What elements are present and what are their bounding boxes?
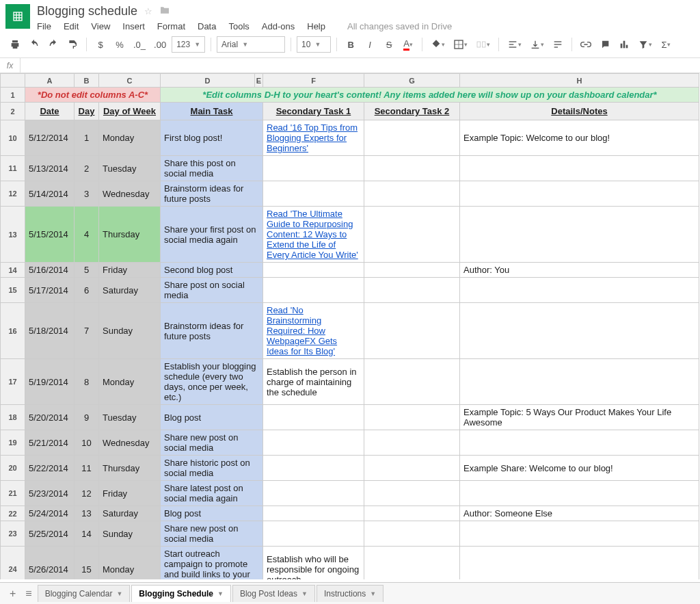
cell-sec-task-1[interactable]	[263, 521, 364, 547]
cell-dow[interactable]: Saturday	[99, 506, 161, 521]
cell-dow[interactable]: Tuesday	[99, 156, 161, 181]
cell-dow[interactable]: Monday	[99, 359, 161, 405]
menu-edit[interactable]: Edit	[64, 21, 79, 31]
cell-sec-task-2[interactable]	[364, 303, 460, 359]
cell-sec-task-2[interactable]	[364, 207, 460, 263]
cell-date[interactable]: 5/16/2014	[25, 263, 75, 278]
cell-day[interactable]: 5	[75, 263, 99, 278]
col-header-G[interactable]: G	[364, 74, 460, 88]
menu-file[interactable]: File	[37, 21, 51, 31]
currency-button[interactable]: $	[92, 36, 109, 53]
cell-date[interactable]: 5/14/2014	[25, 181, 75, 207]
folder-icon[interactable]	[159, 5, 170, 18]
row-header-23[interactable]: 23	[1, 521, 25, 547]
cell-details[interactable]	[460, 481, 699, 506]
text-wrap-button[interactable]	[550, 36, 566, 53]
cell-details[interactable]: Author: You	[460, 263, 699, 278]
cell-sec-task-1[interactable]	[263, 278, 364, 303]
row-header-13[interactable]: 13	[1, 207, 25, 263]
cell-sec-task-2[interactable]	[364, 278, 460, 303]
cell-details[interactable]: Example Share: Welcome to our blog!	[460, 456, 699, 481]
cell-sec-task-1[interactable]: Establish who will be responsible for on…	[263, 547, 364, 580]
col-header-H[interactable]: H	[460, 74, 699, 88]
cell-day[interactable]: 8	[75, 359, 99, 405]
filter-button[interactable]: ▾	[635, 36, 655, 53]
cell-day[interactable]: 14	[75, 521, 99, 547]
cell-sec-task-2[interactable]	[364, 430, 460, 456]
cell-sec-task-1[interactable]	[263, 181, 364, 207]
col-header-A[interactable]: A	[25, 74, 75, 88]
cell-day[interactable]: 2	[75, 156, 99, 181]
cell-dow[interactable]: Friday	[99, 481, 161, 506]
row-header-19[interactable]: 19	[1, 430, 25, 456]
spreadsheet-grid[interactable]: ABCDEFGH1 *Do not edit columns A-C* *Edi…	[0, 73, 700, 579]
header-sec-task-2[interactable]: Secondary Task 2	[364, 103, 460, 120]
cell-dow[interactable]: Wednesday	[99, 181, 161, 207]
font-family-select[interactable]: Arial▼	[217, 36, 285, 53]
cell-sec-task-1[interactable]	[263, 506, 364, 521]
header-sec-task-1[interactable]: Secondary Task 1	[263, 103, 364, 120]
cell-sec-task-2[interactable]	[364, 156, 460, 181]
cell-main-task[interactable]: Share post on social media	[161, 278, 263, 303]
fill-color-button[interactable]: ▾	[428, 36, 448, 53]
cell-sec-task-1[interactable]	[263, 405, 364, 430]
row-header-15[interactable]: 15	[1, 278, 25, 303]
col-header-D[interactable]: D	[161, 74, 255, 88]
row-header-1[interactable]: 1	[1, 88, 25, 103]
col-header-E[interactable]: E	[255, 74, 263, 88]
header-details[interactable]: Details/Notes	[460, 103, 699, 120]
row-header-20[interactable]: 20	[1, 456, 25, 481]
cell-sec-task-1[interactable]	[263, 481, 364, 506]
header-main-task[interactable]: Main Task	[161, 103, 263, 120]
cell-date[interactable]: 5/23/2014	[25, 481, 75, 506]
insert-comment-button[interactable]	[597, 36, 613, 53]
banner-right[interactable]: *Edit columns D-H to your heart's conten…	[161, 88, 699, 103]
cell-details[interactable]	[460, 303, 699, 359]
menu-tools[interactable]: Tools	[228, 21, 249, 31]
cell-dow[interactable]: Saturday	[99, 278, 161, 303]
cell-date[interactable]: 5/18/2014	[25, 303, 75, 359]
menu-insert[interactable]: Insert	[122, 21, 145, 31]
insert-link-button[interactable]	[578, 36, 594, 53]
star-icon[interactable]: ☆	[144, 6, 152, 16]
cell-date[interactable]: 5/15/2014	[25, 207, 75, 263]
cell-main-task[interactable]: Blog post	[161, 506, 263, 521]
cell-dow[interactable]: Sunday	[99, 303, 161, 359]
cell-day[interactable]: 10	[75, 430, 99, 456]
cell-day[interactable]: 4	[75, 207, 99, 263]
cell-details[interactable]: Example Topic: Welcome to our blog!	[460, 120, 699, 156]
cell-date[interactable]: 5/24/2014	[25, 506, 75, 521]
cell-day[interactable]: 12	[75, 481, 99, 506]
row-header-24[interactable]: 24	[1, 547, 25, 580]
paint-format-icon[interactable]	[64, 36, 81, 53]
cell-details[interactable]	[460, 521, 699, 547]
cell-sec-task-1[interactable]	[263, 263, 364, 278]
cell-sec-task-1[interactable]	[263, 156, 364, 181]
cell-date[interactable]: 5/19/2014	[25, 359, 75, 405]
menu-view[interactable]: View	[91, 21, 110, 31]
cell-main-task[interactable]: Share latest post on social media again	[161, 481, 263, 506]
cell-date[interactable]: 5/25/2014	[25, 521, 75, 547]
cell-details[interactable]	[460, 430, 699, 456]
undo-icon[interactable]	[26, 36, 42, 53]
cell-sec-task-1[interactable]: Read 'The Ultimate Guide to Repurposing …	[263, 207, 364, 263]
cell-dow[interactable]: Sunday	[99, 521, 161, 547]
cell-main-task[interactable]: Share new post on social media	[161, 430, 263, 456]
col-header-F[interactable]: F	[263, 74, 364, 88]
italic-button[interactable]: I	[362, 36, 378, 53]
header-dow[interactable]: Day of Week	[99, 103, 161, 120]
cell-dow[interactable]: Wednesday	[99, 430, 161, 456]
text-color-button[interactable]: A▾	[400, 36, 416, 53]
cell-main-task[interactable]: Share this post on social media	[161, 156, 263, 181]
col-header-B[interactable]: B	[75, 74, 99, 88]
cell-sec-task-2[interactable]	[364, 521, 460, 547]
merge-cells-button[interactable]: ▾	[473, 36, 493, 53]
cell-date[interactable]: 5/17/2014	[25, 278, 75, 303]
decrease-decimal-button[interactable]: .0_	[131, 36, 148, 53]
menu-add-ons[interactable]: Add-ons	[262, 21, 295, 31]
cell-date[interactable]: 5/26/2014	[25, 547, 75, 580]
cell-date[interactable]: 5/13/2014	[25, 156, 75, 181]
cell-sec-task-2[interactable]	[364, 481, 460, 506]
header-day[interactable]: Day	[75, 103, 99, 120]
cell-details[interactable]	[460, 547, 699, 580]
